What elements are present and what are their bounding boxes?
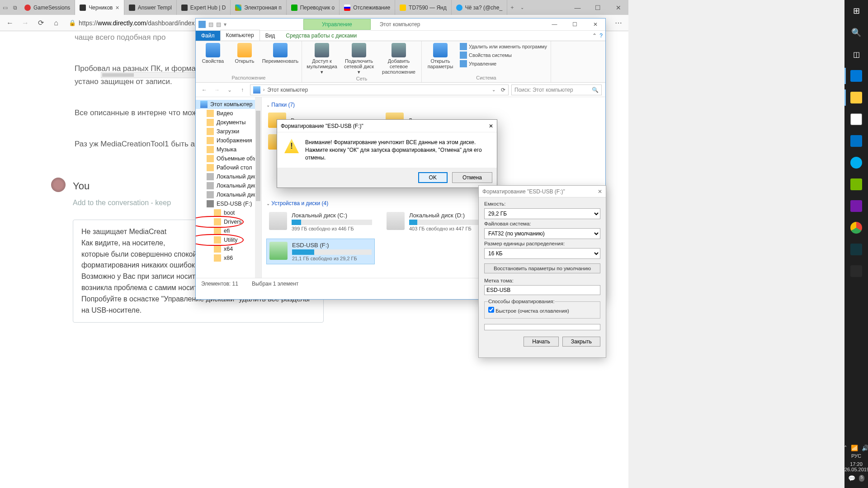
qat-button[interactable]: ▤ xyxy=(216,21,221,28)
minimize-button[interactable]: — xyxy=(544,19,565,31)
taskbar-taskview[interactable]: ◫ xyxy=(844,43,868,65)
dialog-titlebar[interactable]: Форматирование "ESD-USB (F:)" ✕ xyxy=(277,120,497,132)
taskbar-app2[interactable] xyxy=(844,260,868,282)
explorer-search[interactable]: Поиск: Этот компьютер 🔍 xyxy=(511,84,602,95)
more-button[interactable]: ⋯ xyxy=(613,19,624,27)
taskbar-onenote[interactable] xyxy=(844,195,868,217)
nav-recent-button[interactable]: ⌄ xyxy=(225,87,235,93)
close-button[interactable]: ✕ xyxy=(585,19,605,31)
qat-button[interactable]: ▤ xyxy=(208,21,213,28)
quick-format-checkbox[interactable]: Быстрое (очистка оглавления) xyxy=(488,308,569,314)
tree-local-disk-c[interactable]: Локальный дис xyxy=(196,172,261,181)
ribbon-system-properties-button[interactable]: Свойства системы xyxy=(460,52,547,59)
taskbar-search[interactable]: 🔍 xyxy=(844,22,868,43)
taskbar-explorer[interactable] xyxy=(844,87,868,108)
breadcrumb-bar[interactable]: › Этот компьютер ⌄ ⟳ xyxy=(250,84,509,95)
filesystem-select[interactable]: FAT32 (по умолчанию) xyxy=(484,228,600,239)
taskbar-nvidia[interactable] xyxy=(844,174,868,195)
ribbon-tab-drive-tools[interactable]: Средства работы с дисками xyxy=(280,31,362,41)
tree-folder-x86[interactable]: x86 xyxy=(196,253,261,263)
tray-language[interactable]: РУС xyxy=(844,453,868,459)
close-icon[interactable]: ✕ xyxy=(489,123,493,129)
tree-usb-drive[interactable]: ESD-USB (F:) xyxy=(196,199,261,208)
ribbon-map-drive-button[interactable]: Подключить сетевой диск ▾ xyxy=(343,43,375,75)
qat-button[interactable]: ▾ xyxy=(224,21,226,28)
refresh-button[interactable]: ⟳ xyxy=(35,19,46,27)
close-button[interactable]: Закрыть xyxy=(562,337,600,347)
nav-tree[interactable]: Этот компьютер Видео Документы Загрузки … xyxy=(196,97,262,278)
tree-desktop[interactable]: Рабочий стол xyxy=(196,163,261,172)
taskbar-edge[interactable] xyxy=(844,65,868,87)
drive-f-usb[interactable]: ESD-USB (F:)21,1 ГБ свободно из 29,2 ГБ xyxy=(266,239,375,264)
refresh-icon[interactable]: ⟳ xyxy=(501,87,505,93)
chevron-down-icon[interactable]: ⌄ xyxy=(492,87,495,92)
tree-pictures[interactable]: Изображения xyxy=(196,136,261,145)
nav-back-button[interactable]: ← xyxy=(199,87,209,93)
ribbon-uninstall-button[interactable]: Удалить или изменить программу xyxy=(460,43,547,50)
ok-button[interactable]: OK xyxy=(418,172,448,183)
forward-button[interactable]: → xyxy=(20,19,31,27)
maximize-button[interactable]: ☐ xyxy=(565,19,585,31)
ribbon-manage-button[interactable]: Управление xyxy=(460,60,547,67)
explorer-titlebar[interactable]: ▤ ▤ ▾ Управление Этот компьютер — ☐ ✕ xyxy=(196,19,605,31)
tray-time[interactable]: 17:20 xyxy=(844,461,868,467)
tree-local-disk-e[interactable]: Локальный дис xyxy=(196,190,261,199)
tab-preview-icon[interactable]: ⧉ xyxy=(10,0,20,15)
cancel-button[interactable]: Отмена xyxy=(452,172,492,183)
section-folders[interactable]: ⌄ Папки (7) xyxy=(266,102,601,108)
new-tab-button[interactable]: ＋ xyxy=(507,0,517,15)
volume-label-input[interactable] xyxy=(484,285,600,295)
tree-documents[interactable]: Документы xyxy=(196,118,261,127)
allocation-select[interactable]: 16 КБ xyxy=(484,248,600,259)
maximize-button[interactable]: ☐ xyxy=(588,0,608,15)
breadcrumb-segment[interactable]: Этот компьютер xyxy=(267,87,308,93)
taskbar-store[interactable] xyxy=(844,108,868,130)
tray-date[interactable]: 26.05.2019 xyxy=(844,467,868,472)
network-icon[interactable]: 📶 xyxy=(851,445,858,451)
tree-folder-drivers[interactable]: Drivers xyxy=(196,217,261,226)
restore-defaults-button[interactable]: Восстановить параметры по умолчанию xyxy=(484,263,600,273)
volume-icon[interactable]: 🔊 xyxy=(862,445,868,451)
tab-list-button[interactable]: ⌄ xyxy=(517,0,527,15)
quick-format-input[interactable] xyxy=(488,307,494,313)
ribbon-tab-computer[interactable]: Компьютер xyxy=(220,30,260,41)
ribbon-rename-button[interactable]: Переименовать xyxy=(263,43,298,64)
help-icon[interactable]: ? xyxy=(599,33,603,39)
ribbon-tab-view[interactable]: Вид xyxy=(260,31,281,41)
back-button[interactable]: ← xyxy=(5,19,15,27)
tree-music[interactable]: Музыка xyxy=(196,145,261,154)
start-button[interactable]: Начать xyxy=(524,337,559,347)
drive-d[interactable]: Локальный диск (D:)403 ГБ свободно из 44… xyxy=(384,209,492,234)
tree-folder-x64[interactable]: x64 xyxy=(196,244,261,253)
tab-twitter[interactable]: Чё за? (@che_ xyxy=(452,0,507,15)
taskbar-mail[interactable] xyxy=(844,130,868,152)
tree-folder-utility[interactable]: Utility xyxy=(196,235,261,244)
ribbon-open-button[interactable]: Открыть xyxy=(231,43,258,64)
taskbar-app[interactable] xyxy=(844,239,868,260)
minimize-button[interactable]: — xyxy=(567,0,588,15)
tree-videos[interactable]: Видео xyxy=(196,109,261,118)
tree-local-disk-d[interactable]: Локальный дис xyxy=(196,181,261,190)
collapse-ribbon-icon[interactable]: ⌃ xyxy=(592,33,597,39)
tree-3d-objects[interactable]: Объемные объ xyxy=(196,154,261,163)
taskbar-chrome[interactable] xyxy=(844,217,868,239)
close-icon[interactable]: ✕ xyxy=(598,188,602,195)
tree-this-pc[interactable]: Этот компьютер xyxy=(196,100,261,109)
action-center-icon[interactable]: 💬 xyxy=(848,475,855,482)
start-button[interactable]: ⊞ xyxy=(844,0,868,22)
nav-up-button[interactable]: ↑ xyxy=(237,87,247,93)
home-button[interactable]: ⌂ xyxy=(51,19,61,27)
ribbon-tab-file[interactable]: Файл xyxy=(196,31,220,41)
ribbon-open-settings-button[interactable]: Открыть параметры xyxy=(425,43,455,69)
ribbon-add-network-button[interactable]: Добавить сетевое расположение xyxy=(380,43,418,75)
tab-gamesessions[interactable]: GameSessions xyxy=(20,0,75,15)
tab-actions-icon[interactable]: ▭ xyxy=(0,0,10,15)
capacity-select[interactable]: 29,2 ГБ xyxy=(484,208,600,219)
tray-overflow-icon[interactable]: ˄ xyxy=(844,445,847,451)
ribbon-media-button[interactable]: Доступ к мультимедиа ▾ xyxy=(306,43,338,75)
nav-forward-button[interactable]: → xyxy=(212,87,222,93)
tree-downloads[interactable]: Загрузки xyxy=(196,127,261,136)
taskbar-skype[interactable] xyxy=(844,152,868,174)
drive-c[interactable]: Локальный диск (C:)399 ГБ свободно из 44… xyxy=(266,209,375,234)
ribbon-properties-button[interactable]: Свойства xyxy=(199,43,226,64)
